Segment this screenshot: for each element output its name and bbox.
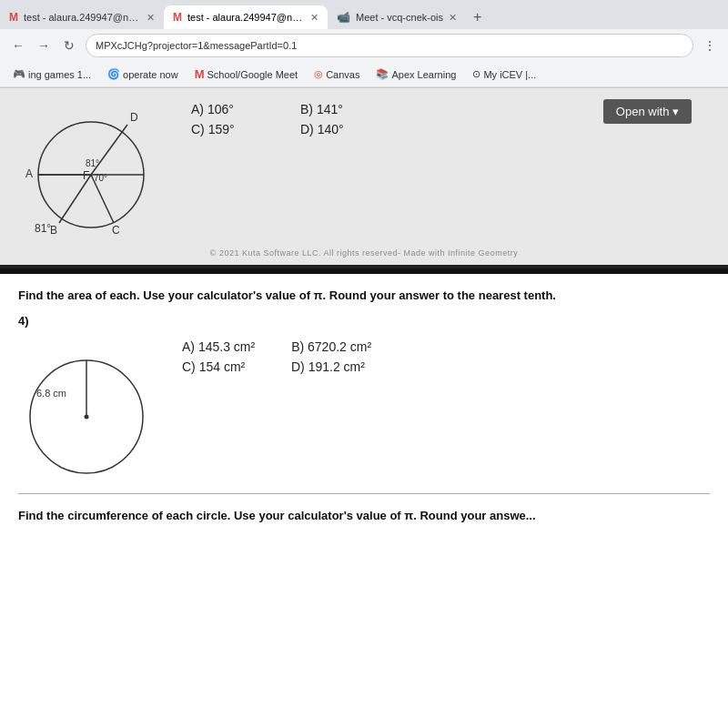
svg-text:C: C: [112, 224, 120, 237]
tab-active-close-icon[interactable]: ✕: [310, 12, 318, 24]
answer-row-2-1: A) 145.3 cm² B) 6720.2 cm²: [182, 339, 371, 354]
answer-2c: C) 154 cm²: [182, 359, 255, 374]
bookmark-google-meet[interactable]: M School/Google Meet: [189, 66, 304, 83]
bookmark-operate[interactable]: 🌀 operate now: [102, 66, 184, 82]
page-content: Open with ▾: [0, 88, 728, 728]
tab-active-title: test - alaura.249947@nv.ccsd.n...: [187, 12, 305, 23]
apex-favicon-icon: 📚: [376, 68, 389, 80]
svg-text:D: D: [130, 111, 138, 124]
browser-chrome: M test - alaura.249947@nv.ccsd.n... ✕ M …: [0, 0, 728, 88]
answer-row-1: A) 106° B) 141°: [191, 102, 373, 116]
extensions-button[interactable]: ⋮: [699, 35, 721, 56]
svg-text:B: B: [50, 224, 57, 237]
bookmark-games-label: ing games 1...: [28, 69, 91, 80]
top-section: Open with ▾: [0, 88, 728, 268]
tab-bar: M test - alaura.249947@nv.ccsd.n... ✕ M …: [0, 0, 728, 29]
canvas-favicon-icon: ◎: [314, 68, 323, 80]
bookmark-meet-label: School/Google Meet: [207, 69, 298, 80]
address-text: MPXcJCHg?projector=1&messagePartId=0.1: [96, 40, 297, 51]
copyright-text: © 2021 Kuta Software LLC. All rights res…: [18, 248, 710, 258]
operate-favicon-icon: 🌀: [107, 68, 120, 80]
svg-text:81°: 81°: [86, 158, 99, 168]
bookmark-games[interactable]: 🎮 ing games 1...: [7, 66, 96, 82]
svg-text:6.8 cm: 6.8 cm: [36, 388, 66, 399]
tab-test-active[interactable]: M test - alaura.249947@nv.ccsd.n... ✕: [164, 5, 328, 29]
bookmarks-bar: 🎮 ing games 1... 🌀 operate now M School/…: [0, 62, 728, 87]
bookmark-operate-label: operate now: [123, 69, 178, 80]
answer-a: A) 106°: [191, 102, 264, 116]
forward-button[interactable]: →: [33, 35, 55, 56]
back-button[interactable]: ←: [7, 35, 29, 56]
meet-favicon-icon: 📹: [337, 11, 350, 24]
bookmark-canvas-label: Canvas: [326, 69, 359, 80]
games-favicon-icon: 🎮: [13, 68, 25, 80]
tab-meet[interactable]: 📹 Meet - vcq-cnek-ois ✕: [328, 5, 466, 29]
answer-c: C) 159°: [191, 122, 264, 136]
bottom-instruction: Find the circumference of each circle. U…: [18, 493, 710, 525]
tab-active-favicon-icon: M: [173, 11, 182, 24]
tab-meet-close-icon[interactable]: ✕: [449, 12, 457, 24]
address-bar[interactable]: MPXcJCHg?projector=1&messagePartId=0.1: [86, 34, 693, 57]
answer-2b: B) 6720.2 cm²: [291, 339, 371, 354]
answer-2a: A) 145.3 cm²: [182, 339, 255, 354]
answer-b: B) 141°: [300, 102, 373, 116]
open-with-button[interactable]: Open with ▾: [603, 99, 692, 124]
svg-text:F: F: [83, 169, 89, 182]
svg-text:81°: 81°: [35, 222, 51, 235]
problem-instruction: Find the area of each. Use your calculat…: [18, 287, 710, 305]
tab-gmail-title: test - alaura.249947@nv.ccsd.n...: [24, 12, 141, 23]
gmail-favicon-icon: M: [9, 11, 18, 24]
svg-text:70°: 70°: [94, 173, 107, 183]
circle-diagram-2: 6.8 cm: [18, 335, 155, 480]
answer-d: D) 140°: [300, 122, 373, 136]
bookmark-icev[interactable]: ⊙ My iCEV |...: [467, 66, 541, 82]
answers-block-2: A) 145.3 cm² B) 6720.2 cm² C) 154 cm² D)…: [182, 335, 371, 379]
meet-bookmark-favicon-icon: M: [195, 67, 205, 81]
bookmark-icev-label: My iCEV |...: [483, 69, 536, 80]
tab-meet-title: Meet - vcq-cnek-ois: [356, 12, 443, 23]
answer-2d: D) 191.2 cm²: [291, 359, 365, 374]
circle-problem-2: 6.8 cm A) 145.3 cm² B) 6720.2 cm² C) 154…: [18, 335, 710, 480]
nav-buttons: ← → ↻: [7, 35, 80, 56]
svg-point-16: [85, 414, 89, 419]
problem-number: 4): [18, 314, 710, 328]
tab-gmail[interactable]: M test - alaura.249947@nv.ccsd.n... ✕: [0, 5, 164, 29]
reload-button[interactable]: ↻: [58, 35, 80, 56]
bottom-section: Find the area of each. Use your calculat…: [0, 274, 728, 524]
open-with-label: Open with ▾: [616, 105, 679, 118]
bookmark-apex-label: Apex Learning: [391, 69, 456, 80]
address-bar-row: ← → ↻ MPXcJCHg?projector=1&messagePartId…: [0, 29, 728, 62]
circle-diagram: A D F B C 81° 70° 81°: [18, 97, 164, 243]
answers-block: A) 106° B) 141° C) 159° D) 140°: [191, 97, 373, 142]
bookmark-canvas[interactable]: ◎ Canvas: [308, 66, 365, 82]
answer-row-2-2: C) 154 cm² D) 191.2 cm²: [182, 359, 371, 374]
svg-text:A: A: [25, 167, 33, 180]
new-tab-button[interactable]: +: [466, 5, 489, 29]
icev-favicon-icon: ⊙: [472, 68, 480, 80]
tab-gmail-close-icon[interactable]: ✕: [147, 12, 155, 24]
answer-row-2: C) 159° D) 140°: [191, 122, 373, 136]
bookmark-apex[interactable]: 📚 Apex Learning: [370, 66, 461, 82]
